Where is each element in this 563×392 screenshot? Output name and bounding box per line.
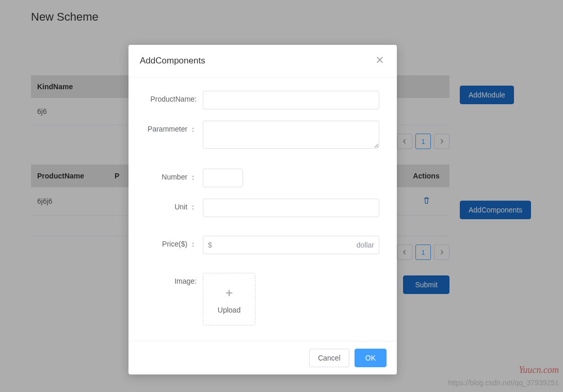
label-parammeter: Parammeter ： [146,121,203,134]
label-unit: Unit ： [146,199,203,212]
ok-button[interactable]: OK [355,349,387,367]
modal-footer: Cancel OK [128,341,397,374]
label-number: Number ： [146,169,203,182]
close-icon[interactable] [374,54,385,68]
modal-title: AddComponents [140,56,205,66]
form-item-parammeter: Parammeter ： [146,121,379,150]
price-prefix: $ [208,241,212,249]
cancel-button[interactable]: Cancel [309,349,349,367]
upload-text: Upload [218,306,240,314]
form-item-price: Price($) ： $ dollar [146,236,379,254]
form-item-number: Number ： [146,169,379,187]
parammeter-textarea[interactable] [203,121,379,149]
plus-icon: ＋ [223,284,235,301]
form-item-unit: Unit ： [146,199,379,217]
form-item-productname: ProductName: [146,91,379,109]
modal-header: AddComponents [128,45,397,77]
modal-body: ProductName: Parammeter ： Number ： Unit … [128,77,397,341]
image-upload[interactable]: ＋ Upload [203,273,255,325]
price-input[interactable] [203,236,379,254]
label-productname: ProductName: [146,91,203,103]
label-image: Image: [146,273,203,285]
productname-input[interactable] [203,91,379,109]
add-components-modal: AddComponents ProductName: Parammeter ： … [128,45,397,374]
form-item-image: Image: ＋ Upload [146,273,379,325]
price-suffix: dollar [357,241,374,249]
number-input[interactable] [203,169,243,187]
label-price: Price($) ： [146,236,203,249]
unit-input[interactable] [203,199,379,217]
